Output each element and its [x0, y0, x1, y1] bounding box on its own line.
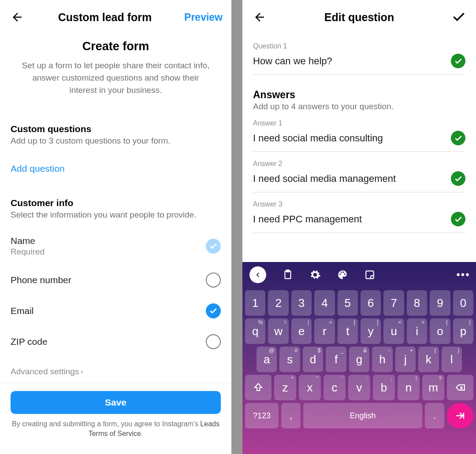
advanced-settings-link[interactable]: Advanced settings › [0, 367, 231, 376]
valid-check-icon [451, 171, 465, 186]
answer-input[interactable]: I need social media management [253, 173, 396, 185]
key-5[interactable]: 5 [338, 290, 358, 316]
key-shift[interactable] [245, 375, 271, 400]
key-8[interactable]: 8 [407, 290, 427, 316]
svg-rect-1 [286, 270, 290, 272]
key-s[interactable]: #s [279, 347, 300, 372]
key-symbols[interactable]: ?123 [245, 403, 279, 428]
key-t[interactable]: [t [338, 318, 358, 344]
info-row[interactable]: NameRequired [0, 236, 231, 257]
key-c[interactable]: 'c [324, 375, 346, 400]
key-backspace[interactable] [447, 375, 473, 400]
info-row-sub: Required [11, 247, 45, 257]
answer-label: Answer 1 [253, 119, 465, 127]
key-z[interactable]: *z [274, 375, 296, 400]
pane-divider [231, 0, 242, 454]
answer-input[interactable]: I need PPC management [253, 214, 362, 225]
key-n[interactable]: !n [398, 375, 420, 400]
chevron-left-icon [254, 271, 262, 279]
divider [0, 383, 231, 383]
key-4[interactable]: 4 [314, 290, 335, 316]
shift-icon [253, 382, 264, 393]
key-k[interactable]: (k [418, 347, 439, 372]
valid-check-icon [451, 54, 465, 68]
edit-question-screen: Edit question Question 1 How can we help… [242, 0, 476, 454]
key-w[interactable]: \w [268, 318, 288, 344]
valid-check-icon [451, 131, 465, 145]
key-9[interactable]: 9 [430, 290, 450, 316]
page-description: Set up a form to let people share their … [0, 53, 231, 96]
key-j[interactable]: +j [395, 347, 416, 372]
custom-questions-title: Custom questions [11, 124, 221, 134]
key-e[interactable]: |e [291, 318, 312, 344]
question-input-row[interactable]: How can we help? [253, 50, 465, 75]
question-input[interactable]: How can we help? [253, 55, 332, 67]
enter-icon [455, 410, 465, 421]
checkbox-locked [206, 239, 221, 254]
info-row[interactable]: ZIP code [0, 334, 231, 349]
key-o[interactable]: {o [430, 318, 450, 344]
advanced-settings-label: Advanced settings [11, 367, 79, 376]
key-b[interactable]: ;b [373, 375, 395, 400]
svg-rect-2 [366, 271, 373, 278]
answer-input-row[interactable]: I need social media consulting [253, 127, 465, 152]
save-button[interactable]: Save [11, 391, 221, 414]
key-l[interactable]: )l [442, 347, 462, 372]
back-button[interactable] [9, 9, 26, 26]
key-6[interactable]: 6 [361, 290, 381, 316]
key-f[interactable]: _f [326, 347, 346, 372]
info-row-label: Phone number [11, 275, 71, 285]
answer-input[interactable]: I need social media consulting [253, 133, 383, 144]
checkbox-off[interactable] [206, 334, 221, 349]
arrow-left-icon [11, 11, 24, 24]
key-3[interactable]: 3 [291, 290, 312, 316]
key-g[interactable]: &g [349, 347, 369, 372]
key-2[interactable]: 2 [268, 290, 288, 316]
key-m[interactable]: ?m [422, 375, 444, 400]
key-0[interactable]: 0 [453, 290, 473, 316]
key-space[interactable]: English [303, 403, 422, 428]
key-a[interactable]: @a [257, 347, 277, 372]
keyboard-collapse-button[interactable] [249, 266, 266, 283]
key-period[interactable]: . [425, 403, 444, 428]
info-row-label: ZIP code [11, 336, 48, 347]
sticker-icon[interactable] [364, 269, 376, 281]
key-q[interactable]: %q [245, 318, 265, 344]
key-r[interactable]: =r [314, 318, 335, 344]
key-v[interactable]: :v [348, 375, 370, 400]
key-7[interactable]: 7 [383, 290, 404, 316]
valid-check-icon [451, 212, 465, 226]
key-i[interactable]: >i [407, 318, 427, 344]
done-button[interactable] [450, 9, 467, 26]
key-y[interactable]: ]y [361, 318, 381, 344]
preview-link[interactable]: Preview [184, 11, 223, 23]
checkbox-on[interactable] [206, 303, 221, 318]
arrow-left-icon [253, 11, 266, 24]
key-p[interactable]: }p [453, 318, 473, 344]
clipboard-icon[interactable] [282, 269, 294, 281]
info-row[interactable]: Phone number [0, 273, 231, 288]
answer-label: Answer 3 [253, 200, 465, 208]
answer-input-row[interactable]: I need PPC management [253, 208, 465, 233]
key-enter[interactable] [447, 403, 473, 428]
terms-text: By creating and submitting a form, you a… [0, 414, 231, 439]
answers-title: Answers [253, 89, 465, 101]
key-d[interactable]: $d [303, 347, 323, 372]
check-icon [452, 10, 466, 24]
more-icon[interactable]: ••• [457, 269, 469, 281]
key-x[interactable]: "x [299, 375, 321, 400]
key-h[interactable]: -h [372, 347, 392, 372]
key-comma[interactable]: , [281, 403, 301, 428]
checkbox-off[interactable] [206, 273, 221, 288]
answer-input-row[interactable]: I need social media management [253, 168, 465, 192]
key-1[interactable]: 1 [245, 290, 265, 316]
info-row[interactable]: Email [0, 303, 231, 318]
add-question-link[interactable]: Add question [11, 163, 65, 174]
gear-icon[interactable] [309, 269, 321, 281]
answers-sub: Add up to 4 answers to your question. [253, 102, 465, 111]
key-u[interactable]: <u [383, 318, 404, 344]
customer-info-title: Customer info [11, 198, 221, 208]
custom-lead-form-screen: Custom lead form Preview Create form Set… [0, 0, 231, 454]
back-button[interactable] [251, 9, 268, 26]
palette-icon[interactable] [337, 269, 348, 281]
